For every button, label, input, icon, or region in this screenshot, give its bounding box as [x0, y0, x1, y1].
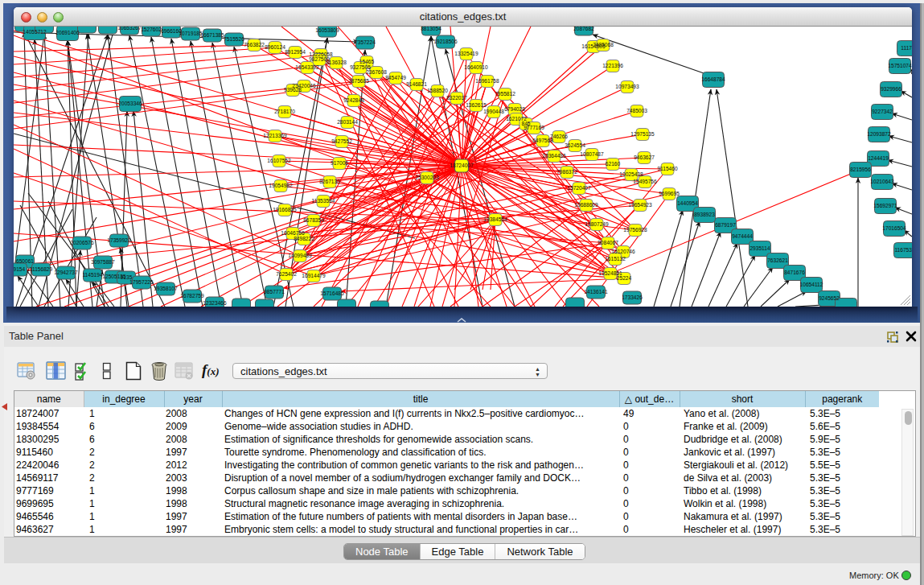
- svg-text:12942737: 12942737: [54, 270, 78, 275]
- svg-text:6879197: 6879197: [715, 222, 736, 228]
- svg-text:16107552: 16107552: [267, 158, 291, 163]
- svg-text:11156829: 11156829: [30, 266, 53, 272]
- svg-text:8215956: 8215956: [850, 167, 871, 172]
- svg-text:9777169: 9777169: [524, 125, 544, 130]
- svg-text:9329966: 9329966: [881, 86, 901, 92]
- svg-text:1733426: 1733426: [622, 295, 643, 300]
- svg-text:17016504: 17016504: [882, 225, 906, 231]
- svg-text:3875685: 3875685: [348, 78, 369, 84]
- svg-text:19384554: 19384554: [483, 216, 507, 222]
- svg-text:10719185: 10719185: [179, 31, 203, 36]
- svg-text:16640910: 16640910: [464, 64, 488, 70]
- svg-text:650061: 650061: [16, 258, 34, 264]
- svg-text:16782759: 16782759: [180, 293, 204, 299]
- svg-text:16914479: 16914479: [302, 273, 326, 278]
- svg-text:16671385: 16671385: [200, 32, 224, 38]
- svg-text:8960124: 8960124: [265, 44, 285, 50]
- svg-text:20206576: 20206576: [70, 240, 94, 245]
- svg-text:16046756: 16046756: [281, 230, 305, 236]
- svg-text:7986372: 7986372: [556, 169, 577, 175]
- svg-text:9699695: 9699695: [659, 191, 680, 196]
- svg-text:9474444: 9474444: [732, 233, 753, 239]
- svg-text:7632621: 7632621: [767, 257, 788, 263]
- svg-text:15692971: 15692971: [873, 203, 897, 208]
- svg-text:8471676: 8471676: [784, 270, 805, 275]
- svg-text:15716485: 15716485: [320, 290, 344, 296]
- svg-text:8322037: 8322037: [446, 95, 467, 101]
- svg-text:10973493: 10973493: [615, 84, 639, 89]
- svg-text:10210643: 10210643: [870, 179, 894, 184]
- svg-text:18724007: 18724007: [450, 163, 474, 168]
- svg-text:8498222: 8498222: [294, 236, 314, 241]
- svg-text:20364436: 20364436: [542, 153, 566, 159]
- svg-text:17359928: 17359928: [107, 237, 131, 243]
- svg-text:6794028: 6794028: [504, 106, 525, 112]
- svg-text:1615132: 1615132: [605, 256, 626, 262]
- svg-text:9115460: 9115460: [657, 166, 678, 171]
- svg-text:20053346: 20053346: [118, 101, 142, 106]
- svg-text:8912954: 8912954: [285, 49, 306, 55]
- svg-text:14055712: 14055712: [23, 29, 47, 35]
- svg-text:13325419: 13325419: [454, 51, 478, 56]
- svg-text:9463627: 9463627: [634, 154, 655, 160]
- svg-text:12093872: 12093872: [867, 131, 891, 137]
- svg-text:15495756: 15495756: [633, 179, 657, 184]
- svg-text:1440954: 1440954: [677, 200, 698, 206]
- svg-text:17957225: 17957225: [129, 279, 154, 285]
- svg-text:62160: 62160: [606, 161, 621, 167]
- svg-text:7485068: 7485068: [593, 42, 614, 47]
- svg-text:19756928: 19756928: [623, 227, 647, 233]
- svg-text:30975887: 30975887: [91, 259, 115, 265]
- svg-text:1145194: 1145194: [82, 272, 103, 278]
- svg-text:8136328: 8136328: [326, 60, 347, 65]
- svg-text:14099489: 14099489: [288, 253, 312, 258]
- svg-text:2935114: 2935114: [749, 245, 770, 251]
- svg-text:9242848: 9242848: [343, 97, 364, 103]
- svg-text:2803144: 2803144: [337, 119, 358, 125]
- svg-text:15751074: 15751074: [888, 63, 912, 68]
- svg-text:39154: 39154: [14, 266, 25, 272]
- svg-text:18807249: 18807249: [585, 221, 609, 227]
- svg-text:8267130: 8267130: [319, 179, 340, 184]
- svg-text:1244419: 1244419: [868, 155, 889, 161]
- svg-text:19218506: 19218506: [433, 39, 458, 44]
- svg-text:2718170: 2718170: [274, 109, 295, 114]
- svg-text:1221396: 1221396: [602, 63, 623, 68]
- svg-text:917006: 917006: [331, 160, 348, 166]
- svg-text:2367608: 2367608: [366, 69, 387, 75]
- svg-text:9245652: 9245652: [819, 295, 840, 301]
- svg-text:12213369: 12213369: [263, 133, 287, 138]
- svg-text:11353594: 11353594: [312, 198, 335, 204]
- svg-text:16648784: 16648784: [701, 76, 725, 82]
- svg-text:10654112: 10654112: [800, 282, 823, 287]
- svg-text:7357224: 7357224: [355, 39, 376, 45]
- svg-text:3624554: 3624554: [565, 142, 585, 148]
- svg-text:7663822: 7663822: [244, 42, 265, 47]
- svg-text:7485003: 7485003: [626, 108, 647, 113]
- svg-text:1990448: 1990448: [483, 109, 504, 114]
- svg-text:10653267: 10653267: [117, 27, 142, 31]
- svg-text:16543392: 16543392: [295, 64, 319, 70]
- svg-text:8454749: 8454749: [385, 75, 406, 80]
- svg-text:2087682: 2087682: [573, 27, 594, 31]
- svg-text:19166825: 19166825: [273, 207, 297, 212]
- svg-text:12975135: 12975135: [630, 131, 655, 137]
- svg-text:15465: 15465: [359, 59, 375, 64]
- svg-text:15720407: 15720407: [567, 185, 591, 191]
- svg-text:1362615: 1362615: [466, 102, 487, 108]
- svg-text:20691406: 20691406: [55, 30, 80, 35]
- svg-text:19358107: 19358107: [154, 286, 178, 291]
- svg-text:16120746: 16120746: [611, 249, 635, 254]
- svg-text:19054982: 19054982: [269, 183, 293, 188]
- svg-text:16053809: 16053809: [315, 27, 339, 33]
- svg-text:1167533: 1167533: [894, 247, 912, 253]
- svg-text:25300203: 25300203: [415, 175, 439, 180]
- svg-text:1588520: 1588520: [427, 88, 448, 93]
- svg-text:19654923: 19654923: [628, 202, 652, 208]
- svg-text:8938923: 8938923: [694, 212, 715, 217]
- svg-text:10025438: 10025438: [619, 171, 643, 177]
- svg-text:8678354: 8678354: [303, 217, 324, 223]
- svg-text:7625402: 7625402: [276, 271, 297, 277]
- svg-text:25224: 25224: [617, 275, 632, 281]
- svg-text:7515526: 7515526: [224, 36, 244, 42]
